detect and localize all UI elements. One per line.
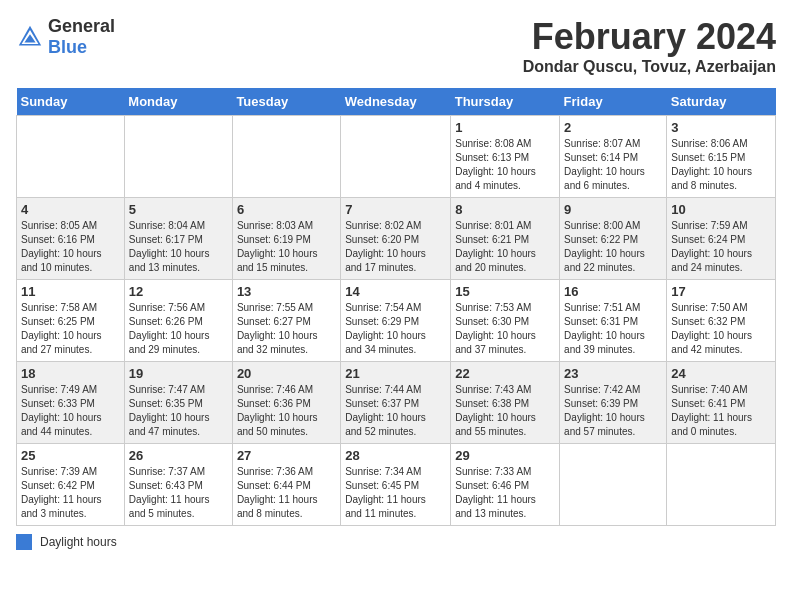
day-info: Sunrise: 8:02 AM Sunset: 6:20 PM Dayligh… — [345, 219, 446, 275]
calendar-cell: 8Sunrise: 8:01 AM Sunset: 6:21 PM Daylig… — [451, 198, 560, 280]
logo-general: General — [48, 16, 115, 36]
calendar-cell: 15Sunrise: 7:53 AM Sunset: 6:30 PM Dayli… — [451, 280, 560, 362]
day-number: 6 — [237, 202, 336, 217]
logo-icon — [16, 23, 44, 51]
day-number: 27 — [237, 448, 336, 463]
calendar-cell: 12Sunrise: 7:56 AM Sunset: 6:26 PM Dayli… — [124, 280, 232, 362]
title-area: February 2024 Dondar Quscu, Tovuz, Azerb… — [523, 16, 776, 76]
day-number: 17 — [671, 284, 771, 299]
day-number: 11 — [21, 284, 120, 299]
calendar-cell: 11Sunrise: 7:58 AM Sunset: 6:25 PM Dayli… — [17, 280, 125, 362]
day-number: 3 — [671, 120, 771, 135]
day-info: Sunrise: 8:04 AM Sunset: 6:17 PM Dayligh… — [129, 219, 228, 275]
calendar-cell: 3Sunrise: 8:06 AM Sunset: 6:15 PM Daylig… — [667, 116, 776, 198]
day-info: Sunrise: 7:49 AM Sunset: 6:33 PM Dayligh… — [21, 383, 120, 439]
day-header-wednesday: Wednesday — [341, 88, 451, 116]
calendar-cell: 13Sunrise: 7:55 AM Sunset: 6:27 PM Dayli… — [232, 280, 340, 362]
day-header-sunday: Sunday — [17, 88, 125, 116]
legend: Daylight hours — [16, 534, 776, 550]
calendar-cell: 19Sunrise: 7:47 AM Sunset: 6:35 PM Dayli… — [124, 362, 232, 444]
calendar-cell: 20Sunrise: 7:46 AM Sunset: 6:36 PM Dayli… — [232, 362, 340, 444]
day-info: Sunrise: 8:07 AM Sunset: 6:14 PM Dayligh… — [564, 137, 662, 193]
calendar-cell: 27Sunrise: 7:36 AM Sunset: 6:44 PM Dayli… — [232, 444, 340, 526]
day-number: 23 — [564, 366, 662, 381]
day-info: Sunrise: 7:59 AM Sunset: 6:24 PM Dayligh… — [671, 219, 771, 275]
calendar-cell — [667, 444, 776, 526]
day-header-friday: Friday — [560, 88, 667, 116]
day-number: 8 — [455, 202, 555, 217]
day-info: Sunrise: 7:39 AM Sunset: 6:42 PM Dayligh… — [21, 465, 120, 521]
calendar-cell — [124, 116, 232, 198]
day-info: Sunrise: 7:42 AM Sunset: 6:39 PM Dayligh… — [564, 383, 662, 439]
day-info: Sunrise: 8:06 AM Sunset: 6:15 PM Dayligh… — [671, 137, 771, 193]
day-info: Sunrise: 7:34 AM Sunset: 6:45 PM Dayligh… — [345, 465, 446, 521]
calendar-cell: 9Sunrise: 8:00 AM Sunset: 6:22 PM Daylig… — [560, 198, 667, 280]
header: General Blue February 2024 Dondar Quscu,… — [16, 16, 776, 76]
calendar-cell: 18Sunrise: 7:49 AM Sunset: 6:33 PM Dayli… — [17, 362, 125, 444]
day-info: Sunrise: 7:43 AM Sunset: 6:38 PM Dayligh… — [455, 383, 555, 439]
day-number: 21 — [345, 366, 446, 381]
day-info: Sunrise: 8:05 AM Sunset: 6:16 PM Dayligh… — [21, 219, 120, 275]
day-header-thursday: Thursday — [451, 88, 560, 116]
day-info: Sunrise: 7:33 AM Sunset: 6:46 PM Dayligh… — [455, 465, 555, 521]
day-info: Sunrise: 8:03 AM Sunset: 6:19 PM Dayligh… — [237, 219, 336, 275]
day-info: Sunrise: 7:44 AM Sunset: 6:37 PM Dayligh… — [345, 383, 446, 439]
day-number: 9 — [564, 202, 662, 217]
day-info: Sunrise: 7:58 AM Sunset: 6:25 PM Dayligh… — [21, 301, 120, 357]
day-number: 5 — [129, 202, 228, 217]
calendar-cell: 2Sunrise: 8:07 AM Sunset: 6:14 PM Daylig… — [560, 116, 667, 198]
day-info: Sunrise: 7:50 AM Sunset: 6:32 PM Dayligh… — [671, 301, 771, 357]
day-number: 2 — [564, 120, 662, 135]
day-info: Sunrise: 7:55 AM Sunset: 6:27 PM Dayligh… — [237, 301, 336, 357]
day-number: 18 — [21, 366, 120, 381]
day-number: 12 — [129, 284, 228, 299]
calendar-cell: 26Sunrise: 7:37 AM Sunset: 6:43 PM Dayli… — [124, 444, 232, 526]
day-number: 13 — [237, 284, 336, 299]
day-info: Sunrise: 8:00 AM Sunset: 6:22 PM Dayligh… — [564, 219, 662, 275]
calendar-cell: 25Sunrise: 7:39 AM Sunset: 6:42 PM Dayli… — [17, 444, 125, 526]
day-info: Sunrise: 7:51 AM Sunset: 6:31 PM Dayligh… — [564, 301, 662, 357]
calendar-cell: 5Sunrise: 8:04 AM Sunset: 6:17 PM Daylig… — [124, 198, 232, 280]
day-number: 10 — [671, 202, 771, 217]
calendar-cell: 22Sunrise: 7:43 AM Sunset: 6:38 PM Dayli… — [451, 362, 560, 444]
month-title: February 2024 — [523, 16, 776, 58]
day-number: 25 — [21, 448, 120, 463]
day-number: 16 — [564, 284, 662, 299]
calendar-cell — [232, 116, 340, 198]
day-number: 29 — [455, 448, 555, 463]
calendar-cell: 23Sunrise: 7:42 AM Sunset: 6:39 PM Dayli… — [560, 362, 667, 444]
calendar-cell: 17Sunrise: 7:50 AM Sunset: 6:32 PM Dayli… — [667, 280, 776, 362]
day-header-tuesday: Tuesday — [232, 88, 340, 116]
day-info: Sunrise: 7:47 AM Sunset: 6:35 PM Dayligh… — [129, 383, 228, 439]
day-number: 26 — [129, 448, 228, 463]
calendar-cell: 14Sunrise: 7:54 AM Sunset: 6:29 PM Dayli… — [341, 280, 451, 362]
day-header-saturday: Saturday — [667, 88, 776, 116]
day-info: Sunrise: 7:36 AM Sunset: 6:44 PM Dayligh… — [237, 465, 336, 521]
day-number: 22 — [455, 366, 555, 381]
day-info: Sunrise: 7:46 AM Sunset: 6:36 PM Dayligh… — [237, 383, 336, 439]
calendar-cell: 24Sunrise: 7:40 AM Sunset: 6:41 PM Dayli… — [667, 362, 776, 444]
logo-blue: Blue — [48, 37, 87, 57]
calendar-table: SundayMondayTuesdayWednesdayThursdayFrid… — [16, 88, 776, 526]
day-number: 7 — [345, 202, 446, 217]
calendar-cell: 7Sunrise: 8:02 AM Sunset: 6:20 PM Daylig… — [341, 198, 451, 280]
day-number: 1 — [455, 120, 555, 135]
day-info: Sunrise: 7:40 AM Sunset: 6:41 PM Dayligh… — [671, 383, 771, 439]
day-number: 28 — [345, 448, 446, 463]
calendar-cell: 28Sunrise: 7:34 AM Sunset: 6:45 PM Dayli… — [341, 444, 451, 526]
day-info: Sunrise: 8:08 AM Sunset: 6:13 PM Dayligh… — [455, 137, 555, 193]
calendar-cell — [17, 116, 125, 198]
day-header-monday: Monday — [124, 88, 232, 116]
calendar-cell: 4Sunrise: 8:05 AM Sunset: 6:16 PM Daylig… — [17, 198, 125, 280]
calendar-cell — [341, 116, 451, 198]
calendar-cell: 1Sunrise: 8:08 AM Sunset: 6:13 PM Daylig… — [451, 116, 560, 198]
day-info: Sunrise: 7:37 AM Sunset: 6:43 PM Dayligh… — [129, 465, 228, 521]
day-info: Sunrise: 7:54 AM Sunset: 6:29 PM Dayligh… — [345, 301, 446, 357]
day-number: 24 — [671, 366, 771, 381]
calendar-cell: 10Sunrise: 7:59 AM Sunset: 6:24 PM Dayli… — [667, 198, 776, 280]
calendar-cell: 29Sunrise: 7:33 AM Sunset: 6:46 PM Dayli… — [451, 444, 560, 526]
calendar-cell: 21Sunrise: 7:44 AM Sunset: 6:37 PM Dayli… — [341, 362, 451, 444]
location-title: Dondar Quscu, Tovuz, Azerbaijan — [523, 58, 776, 76]
logo: General Blue — [16, 16, 115, 58]
calendar-cell: 6Sunrise: 8:03 AM Sunset: 6:19 PM Daylig… — [232, 198, 340, 280]
